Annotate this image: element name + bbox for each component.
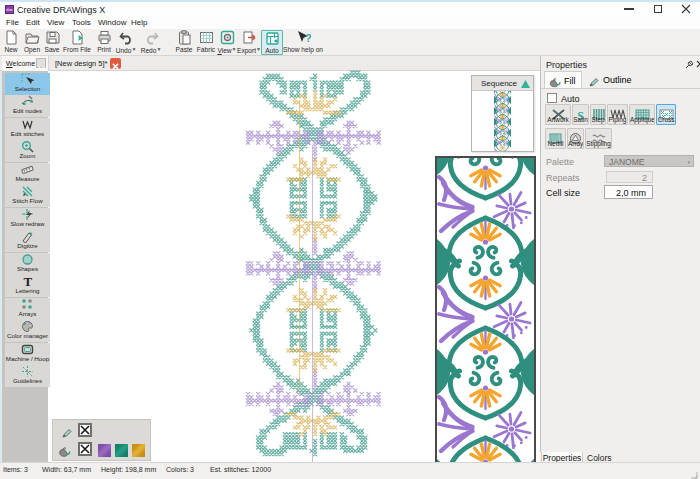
svg-text:?: ? bbox=[305, 32, 311, 44]
